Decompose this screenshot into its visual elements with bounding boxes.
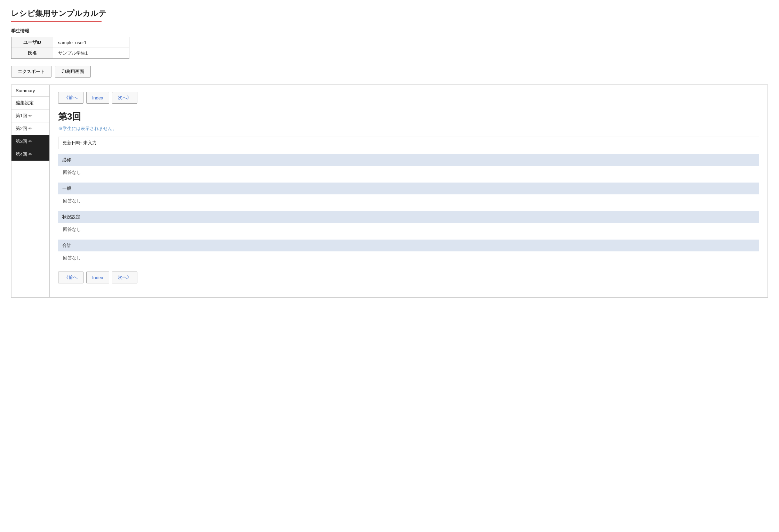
category-header: 必修 — [58, 154, 759, 166]
category-block: 一般 回答なし — [58, 183, 759, 208]
index-button-top[interactable]: Index — [86, 92, 109, 104]
print-button[interactable]: 印刷用画面 — [55, 66, 91, 78]
sidebar: Summary編集設定第1回 ✏第2回 ✏第3回 ✏第4回 ✏ — [11, 84, 49, 298]
categories-container: 必修 回答なし 一般 回答なし 状況設定 回答なし 合計 回答なし — [58, 154, 759, 265]
teacher-note: ※学生には表示されません。 — [58, 126, 759, 132]
bottom-nav-buttons: 《前へ Index 次へ》 — [58, 272, 759, 283]
category-answer: 回答なし — [58, 251, 759, 265]
category-header: 一般 — [58, 183, 759, 194]
prev-button-top[interactable]: 《前へ — [58, 92, 83, 104]
category-answer: 回答なし — [58, 223, 759, 236]
content-area: 《前へ Index 次へ》 第3回 ※学生には表示されません。 更新日時: 未入… — [49, 84, 768, 298]
export-button[interactable]: エクスポート — [11, 66, 51, 78]
main-layout: Summary編集設定第1回 ✏第2回 ✏第3回 ✏第4回 ✏ 《前へ Inde… — [11, 84, 768, 298]
sidebar-item-summary[interactable]: Summary — [11, 85, 49, 97]
table-label-cell: 氏名 — [11, 48, 53, 59]
category-answer: 回答なし — [58, 194, 759, 208]
student-info-table: ユーザID sample_user1 氏名 サンプル学生1 — [11, 37, 129, 59]
sidebar-item-session3[interactable]: 第3回 ✏ — [11, 135, 49, 148]
student-info-label: 学生情報 — [11, 28, 768, 34]
sidebar-item-edit-settings[interactable]: 編集設定 — [11, 97, 49, 110]
page-title: レシピ集用サンプルカルテ — [11, 8, 768, 19]
table-value-cell: サンプル学生1 — [53, 48, 129, 59]
update-time: 更新日時: 未入力 — [58, 137, 759, 149]
category-header: 合計 — [58, 240, 759, 251]
category-block: 合計 回答なし — [58, 240, 759, 265]
title-divider — [11, 21, 102, 22]
next-button-bottom[interactable]: 次へ》 — [112, 272, 137, 283]
table-label-cell: ユーザID — [11, 37, 53, 48]
sidebar-item-session1[interactable]: 第1回 ✏ — [11, 110, 49, 122]
prev-button-bottom[interactable]: 《前へ — [58, 272, 83, 283]
table-value-cell: sample_user1 — [53, 37, 129, 48]
index-button-bottom[interactable]: Index — [86, 272, 109, 283]
table-row: 氏名 サンプル学生1 — [11, 48, 129, 59]
section-title: 第3回 — [58, 111, 759, 123]
category-block: 状況設定 回答なし — [58, 211, 759, 236]
category-header: 状況設定 — [58, 211, 759, 223]
table-row: ユーザID sample_user1 — [11, 37, 129, 48]
action-buttons-container: エクスポート 印刷用画面 — [11, 66, 768, 78]
category-answer: 回答なし — [58, 166, 759, 179]
category-block: 必修 回答なし — [58, 154, 759, 179]
sidebar-item-session2[interactable]: 第2回 ✏ — [11, 122, 49, 135]
sidebar-item-session4[interactable]: 第4回 ✏ — [11, 148, 49, 161]
next-button-top[interactable]: 次へ》 — [112, 92, 137, 104]
top-nav-buttons: 《前へ Index 次へ》 — [58, 92, 759, 104]
